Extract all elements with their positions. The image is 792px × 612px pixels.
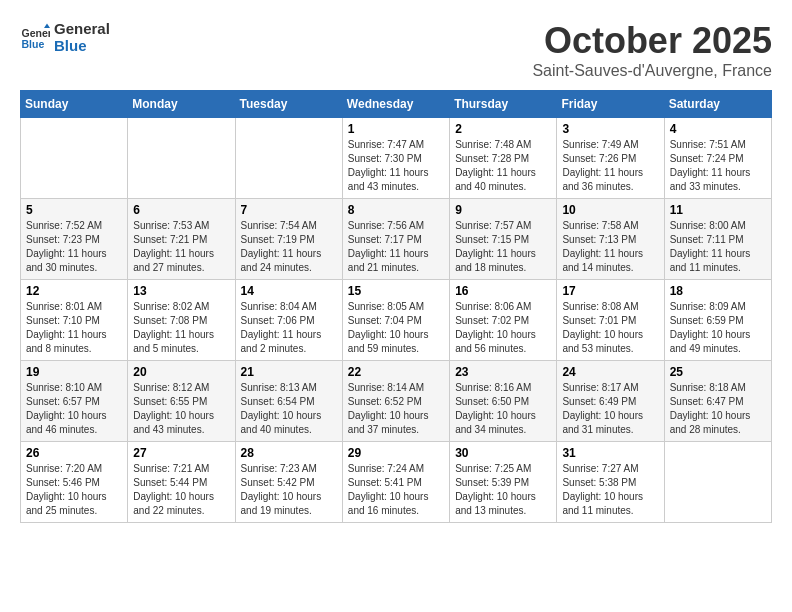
day-info: Sunrise: 7:49 AM Sunset: 7:26 PM Dayligh… bbox=[562, 138, 658, 194]
calendar-day-cell: 5Sunrise: 7:52 AM Sunset: 7:23 PM Daylig… bbox=[21, 199, 128, 280]
day-info: Sunrise: 7:51 AM Sunset: 7:24 PM Dayligh… bbox=[670, 138, 766, 194]
calendar-day-cell: 30Sunrise: 7:25 AM Sunset: 5:39 PM Dayli… bbox=[450, 442, 557, 523]
calendar-day-cell: 19Sunrise: 8:10 AM Sunset: 6:57 PM Dayli… bbox=[21, 361, 128, 442]
day-of-week-header: Tuesday bbox=[235, 91, 342, 118]
day-info: Sunrise: 8:01 AM Sunset: 7:10 PM Dayligh… bbox=[26, 300, 122, 356]
day-info: Sunrise: 8:02 AM Sunset: 7:08 PM Dayligh… bbox=[133, 300, 229, 356]
day-of-week-header: Wednesday bbox=[342, 91, 449, 118]
day-info: Sunrise: 7:47 AM Sunset: 7:30 PM Dayligh… bbox=[348, 138, 444, 194]
calendar-day-cell: 2Sunrise: 7:48 AM Sunset: 7:28 PM Daylig… bbox=[450, 118, 557, 199]
day-number: 3 bbox=[562, 122, 658, 136]
day-number: 12 bbox=[26, 284, 122, 298]
day-info: Sunrise: 8:16 AM Sunset: 6:50 PM Dayligh… bbox=[455, 381, 551, 437]
svg-marker-2 bbox=[44, 24, 50, 29]
day-number: 25 bbox=[670, 365, 766, 379]
day-info: Sunrise: 7:52 AM Sunset: 7:23 PM Dayligh… bbox=[26, 219, 122, 275]
day-number: 21 bbox=[241, 365, 337, 379]
calendar-day-cell: 7Sunrise: 7:54 AM Sunset: 7:19 PM Daylig… bbox=[235, 199, 342, 280]
calendar-day-cell: 16Sunrise: 8:06 AM Sunset: 7:02 PM Dayli… bbox=[450, 280, 557, 361]
day-info: Sunrise: 7:20 AM Sunset: 5:46 PM Dayligh… bbox=[26, 462, 122, 518]
day-info: Sunrise: 7:48 AM Sunset: 7:28 PM Dayligh… bbox=[455, 138, 551, 194]
day-number: 29 bbox=[348, 446, 444, 460]
calendar-week-row: 19Sunrise: 8:10 AM Sunset: 6:57 PM Dayli… bbox=[21, 361, 772, 442]
day-info: Sunrise: 8:10 AM Sunset: 6:57 PM Dayligh… bbox=[26, 381, 122, 437]
day-number: 27 bbox=[133, 446, 229, 460]
calendar-week-row: 1Sunrise: 7:47 AM Sunset: 7:30 PM Daylig… bbox=[21, 118, 772, 199]
calendar-week-row: 12Sunrise: 8:01 AM Sunset: 7:10 PM Dayli… bbox=[21, 280, 772, 361]
day-number: 20 bbox=[133, 365, 229, 379]
calendar-table: SundayMondayTuesdayWednesdayThursdayFrid… bbox=[20, 90, 772, 523]
day-number: 4 bbox=[670, 122, 766, 136]
calendar-day-cell: 12Sunrise: 8:01 AM Sunset: 7:10 PM Dayli… bbox=[21, 280, 128, 361]
day-number: 6 bbox=[133, 203, 229, 217]
logo-icon: General Blue bbox=[20, 22, 50, 52]
calendar-day-cell: 17Sunrise: 8:08 AM Sunset: 7:01 PM Dayli… bbox=[557, 280, 664, 361]
day-number: 9 bbox=[455, 203, 551, 217]
day-number: 31 bbox=[562, 446, 658, 460]
day-info: Sunrise: 8:08 AM Sunset: 7:01 PM Dayligh… bbox=[562, 300, 658, 356]
calendar-day-cell: 14Sunrise: 8:04 AM Sunset: 7:06 PM Dayli… bbox=[235, 280, 342, 361]
day-of-week-header: Thursday bbox=[450, 91, 557, 118]
calendar-day-cell bbox=[21, 118, 128, 199]
day-info: Sunrise: 7:53 AM Sunset: 7:21 PM Dayligh… bbox=[133, 219, 229, 275]
month-title: October 2025 bbox=[532, 20, 772, 62]
day-number: 18 bbox=[670, 284, 766, 298]
calendar-day-cell: 1Sunrise: 7:47 AM Sunset: 7:30 PM Daylig… bbox=[342, 118, 449, 199]
day-number: 30 bbox=[455, 446, 551, 460]
calendar-day-cell: 22Sunrise: 8:14 AM Sunset: 6:52 PM Dayli… bbox=[342, 361, 449, 442]
day-info: Sunrise: 8:09 AM Sunset: 6:59 PM Dayligh… bbox=[670, 300, 766, 356]
day-info: Sunrise: 8:04 AM Sunset: 7:06 PM Dayligh… bbox=[241, 300, 337, 356]
calendar-day-cell: 15Sunrise: 8:05 AM Sunset: 7:04 PM Dayli… bbox=[342, 280, 449, 361]
day-number: 28 bbox=[241, 446, 337, 460]
calendar-day-cell: 31Sunrise: 7:27 AM Sunset: 5:38 PM Dayli… bbox=[557, 442, 664, 523]
day-number: 11 bbox=[670, 203, 766, 217]
day-of-week-header: Sunday bbox=[21, 91, 128, 118]
title-section: October 2025 Saint-Sauves-d'Auvergne, Fr… bbox=[532, 20, 772, 80]
day-number: 1 bbox=[348, 122, 444, 136]
calendar-day-cell: 25Sunrise: 8:18 AM Sunset: 6:47 PM Dayli… bbox=[664, 361, 771, 442]
calendar-day-cell: 20Sunrise: 8:12 AM Sunset: 6:55 PM Dayli… bbox=[128, 361, 235, 442]
logo-line2: Blue bbox=[54, 37, 110, 54]
day-info: Sunrise: 7:56 AM Sunset: 7:17 PM Dayligh… bbox=[348, 219, 444, 275]
location-subtitle: Saint-Sauves-d'Auvergne, France bbox=[532, 62, 772, 80]
day-number: 26 bbox=[26, 446, 122, 460]
day-number: 19 bbox=[26, 365, 122, 379]
calendar-day-cell: 26Sunrise: 7:20 AM Sunset: 5:46 PM Dayli… bbox=[21, 442, 128, 523]
day-info: Sunrise: 7:58 AM Sunset: 7:13 PM Dayligh… bbox=[562, 219, 658, 275]
day-info: Sunrise: 8:17 AM Sunset: 6:49 PM Dayligh… bbox=[562, 381, 658, 437]
calendar-day-cell: 18Sunrise: 8:09 AM Sunset: 6:59 PM Dayli… bbox=[664, 280, 771, 361]
calendar-day-cell: 21Sunrise: 8:13 AM Sunset: 6:54 PM Dayli… bbox=[235, 361, 342, 442]
day-number: 14 bbox=[241, 284, 337, 298]
svg-text:Blue: Blue bbox=[22, 38, 45, 50]
calendar-day-cell bbox=[664, 442, 771, 523]
day-info: Sunrise: 7:57 AM Sunset: 7:15 PM Dayligh… bbox=[455, 219, 551, 275]
calendar-day-cell bbox=[235, 118, 342, 199]
day-number: 13 bbox=[133, 284, 229, 298]
calendar-header-row: SundayMondayTuesdayWednesdayThursdayFrid… bbox=[21, 91, 772, 118]
day-number: 15 bbox=[348, 284, 444, 298]
day-info: Sunrise: 7:25 AM Sunset: 5:39 PM Dayligh… bbox=[455, 462, 551, 518]
logo: General Blue General Blue bbox=[20, 20, 110, 54]
day-number: 7 bbox=[241, 203, 337, 217]
calendar-week-row: 26Sunrise: 7:20 AM Sunset: 5:46 PM Dayli… bbox=[21, 442, 772, 523]
day-info: Sunrise: 8:14 AM Sunset: 6:52 PM Dayligh… bbox=[348, 381, 444, 437]
calendar-day-cell: 4Sunrise: 7:51 AM Sunset: 7:24 PM Daylig… bbox=[664, 118, 771, 199]
day-info: Sunrise: 8:05 AM Sunset: 7:04 PM Dayligh… bbox=[348, 300, 444, 356]
day-of-week-header: Saturday bbox=[664, 91, 771, 118]
day-number: 17 bbox=[562, 284, 658, 298]
day-number: 5 bbox=[26, 203, 122, 217]
day-number: 22 bbox=[348, 365, 444, 379]
day-info: Sunrise: 8:13 AM Sunset: 6:54 PM Dayligh… bbox=[241, 381, 337, 437]
day-number: 10 bbox=[562, 203, 658, 217]
day-info: Sunrise: 7:27 AM Sunset: 5:38 PM Dayligh… bbox=[562, 462, 658, 518]
day-number: 2 bbox=[455, 122, 551, 136]
day-number: 8 bbox=[348, 203, 444, 217]
calendar-day-cell: 11Sunrise: 8:00 AM Sunset: 7:11 PM Dayli… bbox=[664, 199, 771, 280]
calendar-day-cell: 8Sunrise: 7:56 AM Sunset: 7:17 PM Daylig… bbox=[342, 199, 449, 280]
day-info: Sunrise: 7:24 AM Sunset: 5:41 PM Dayligh… bbox=[348, 462, 444, 518]
page-header: General Blue General Blue October 2025 S… bbox=[20, 20, 772, 80]
day-info: Sunrise: 8:18 AM Sunset: 6:47 PM Dayligh… bbox=[670, 381, 766, 437]
calendar-day-cell: 6Sunrise: 7:53 AM Sunset: 7:21 PM Daylig… bbox=[128, 199, 235, 280]
day-number: 16 bbox=[455, 284, 551, 298]
calendar-day-cell bbox=[128, 118, 235, 199]
